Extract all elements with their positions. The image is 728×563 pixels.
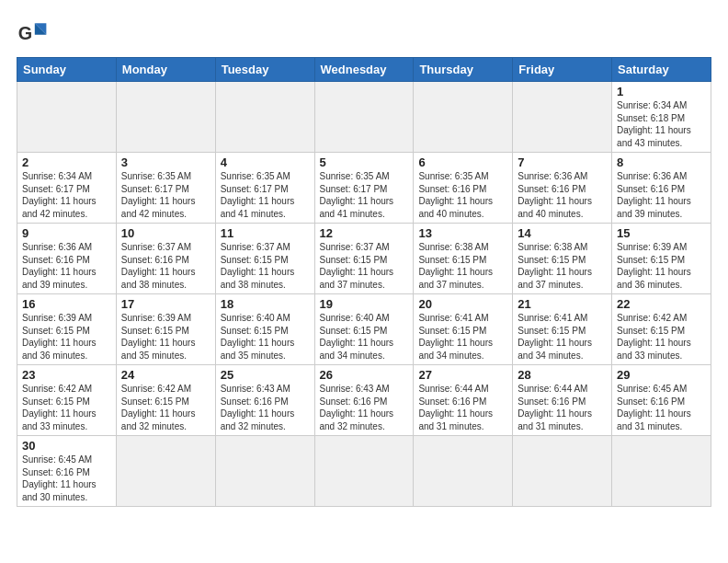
svg-text:G: G	[18, 23, 32, 43]
calendar-cell	[314, 82, 414, 153]
day-number: 15	[617, 226, 706, 240]
day-info: Sunrise: 6:37 AM Sunset: 6:15 PM Dayligh…	[320, 241, 409, 291]
calendar-cell	[17, 82, 117, 153]
calendar-cell	[414, 82, 513, 153]
day-number: 11	[221, 226, 310, 240]
calendar-cell: 29Sunrise: 6:45 AM Sunset: 6:16 PM Dayli…	[612, 365, 711, 436]
day-number: 6	[418, 155, 507, 169]
day-number: 23	[22, 368, 111, 382]
day-info: Sunrise: 6:45 AM Sunset: 6:16 PM Dayligh…	[22, 454, 111, 503]
day-number: 17	[121, 297, 210, 311]
day-info: Sunrise: 6:35 AM Sunset: 6:17 PM Dayligh…	[121, 170, 210, 220]
calendar-cell	[215, 436, 314, 507]
day-info: Sunrise: 6:41 AM Sunset: 6:15 PM Dayligh…	[418, 312, 507, 362]
day-number: 16	[22, 297, 111, 311]
weekday-header-friday: Friday	[513, 58, 612, 82]
calendar-cell: 15Sunrise: 6:39 AM Sunset: 6:15 PM Dayli…	[612, 224, 711, 294]
page: G SundayMondayTuesdayWednesdayThursdayFr…	[0, 0, 728, 516]
header: G	[17, 17, 711, 50]
day-number: 13	[418, 226, 507, 240]
day-info: Sunrise: 6:42 AM Sunset: 6:15 PM Dayligh…	[121, 383, 210, 432]
day-info: Sunrise: 6:37 AM Sunset: 6:16 PM Dayligh…	[121, 241, 210, 291]
week-row-0: 1Sunrise: 6:34 AM Sunset: 6:18 PM Daylig…	[17, 82, 711, 153]
calendar-cell: 2Sunrise: 6:34 AM Sunset: 6:17 PM Daylig…	[17, 153, 117, 224]
calendar-cell: 13Sunrise: 6:38 AM Sunset: 6:15 PM Dayli…	[414, 224, 513, 294]
weekday-header-sunday: Sunday	[17, 58, 117, 82]
calendar-cell: 8Sunrise: 6:36 AM Sunset: 6:16 PM Daylig…	[612, 153, 711, 224]
day-number: 5	[320, 155, 409, 169]
week-row-4: 23Sunrise: 6:42 AM Sunset: 6:15 PM Dayli…	[17, 365, 711, 436]
calendar-cell	[513, 436, 612, 507]
calendar-cell: 10Sunrise: 6:37 AM Sunset: 6:16 PM Dayli…	[116, 224, 215, 294]
day-info: Sunrise: 6:38 AM Sunset: 6:15 PM Dayligh…	[518, 241, 607, 291]
day-number: 30	[22, 439, 111, 453]
day-info: Sunrise: 6:36 AM Sunset: 6:16 PM Dayligh…	[617, 170, 706, 220]
day-info: Sunrise: 6:39 AM Sunset: 6:15 PM Dayligh…	[22, 312, 111, 362]
day-number: 28	[518, 368, 607, 382]
day-info: Sunrise: 6:40 AM Sunset: 6:15 PM Dayligh…	[221, 312, 310, 362]
day-info: Sunrise: 6:40 AM Sunset: 6:15 PM Dayligh…	[320, 312, 409, 362]
day-info: Sunrise: 6:39 AM Sunset: 6:15 PM Dayligh…	[617, 241, 706, 291]
day-number: 27	[418, 368, 507, 382]
calendar-cell: 4Sunrise: 6:35 AM Sunset: 6:17 PM Daylig…	[215, 153, 314, 224]
day-info: Sunrise: 6:45 AM Sunset: 6:16 PM Dayligh…	[617, 383, 706, 432]
calendar-cell: 11Sunrise: 6:37 AM Sunset: 6:15 PM Dayli…	[215, 224, 314, 294]
day-info: Sunrise: 6:36 AM Sunset: 6:16 PM Dayligh…	[518, 170, 607, 220]
day-number: 29	[617, 368, 706, 382]
week-row-3: 16Sunrise: 6:39 AM Sunset: 6:15 PM Dayli…	[17, 294, 711, 365]
logo: G	[17, 17, 53, 50]
day-number: 21	[518, 297, 607, 311]
calendar-cell: 18Sunrise: 6:40 AM Sunset: 6:15 PM Dayli…	[215, 294, 314, 365]
calendar-cell: 28Sunrise: 6:44 AM Sunset: 6:16 PM Dayli…	[513, 365, 612, 436]
calendar: SundayMondayTuesdayWednesdayThursdayFrid…	[17, 57, 711, 507]
day-info: Sunrise: 6:37 AM Sunset: 6:15 PM Dayligh…	[221, 241, 310, 291]
calendar-cell: 9Sunrise: 6:36 AM Sunset: 6:16 PM Daylig…	[17, 224, 117, 294]
day-number: 3	[121, 155, 210, 169]
day-info: Sunrise: 6:42 AM Sunset: 6:15 PM Dayligh…	[22, 383, 111, 432]
calendar-cell: 25Sunrise: 6:43 AM Sunset: 6:16 PM Dayli…	[215, 365, 314, 436]
calendar-cell: 6Sunrise: 6:35 AM Sunset: 6:16 PM Daylig…	[414, 153, 513, 224]
weekday-header-row: SundayMondayTuesdayWednesdayThursdayFrid…	[17, 58, 711, 82]
day-info: Sunrise: 6:38 AM Sunset: 6:15 PM Dayligh…	[418, 241, 507, 291]
weekday-header-tuesday: Tuesday	[215, 58, 314, 82]
day-number: 22	[617, 297, 706, 311]
calendar-cell: 26Sunrise: 6:43 AM Sunset: 6:16 PM Dayli…	[314, 365, 414, 436]
calendar-cell	[414, 436, 513, 507]
week-row-5: 30Sunrise: 6:45 AM Sunset: 6:16 PM Dayli…	[17, 436, 711, 507]
calendar-cell: 20Sunrise: 6:41 AM Sunset: 6:15 PM Dayli…	[414, 294, 513, 365]
day-info: Sunrise: 6:43 AM Sunset: 6:16 PM Dayligh…	[221, 383, 310, 432]
day-number: 26	[320, 368, 409, 382]
calendar-cell	[116, 82, 215, 153]
calendar-cell: 23Sunrise: 6:42 AM Sunset: 6:15 PM Dayli…	[17, 365, 117, 436]
calendar-cell: 3Sunrise: 6:35 AM Sunset: 6:17 PM Daylig…	[116, 153, 215, 224]
day-number: 2	[22, 155, 111, 169]
day-info: Sunrise: 6:35 AM Sunset: 6:17 PM Dayligh…	[320, 170, 409, 220]
day-number: 4	[221, 155, 310, 169]
day-info: Sunrise: 6:41 AM Sunset: 6:15 PM Dayligh…	[518, 312, 607, 362]
calendar-cell: 19Sunrise: 6:40 AM Sunset: 6:15 PM Dayli…	[314, 294, 414, 365]
day-number: 25	[221, 368, 310, 382]
calendar-cell: 24Sunrise: 6:42 AM Sunset: 6:15 PM Dayli…	[116, 365, 215, 436]
calendar-cell: 12Sunrise: 6:37 AM Sunset: 6:15 PM Dayli…	[314, 224, 414, 294]
weekday-header-thursday: Thursday	[414, 58, 513, 82]
day-number: 12	[320, 226, 409, 240]
day-number: 24	[121, 368, 210, 382]
day-info: Sunrise: 6:35 AM Sunset: 6:16 PM Dayligh…	[418, 170, 507, 220]
day-info: Sunrise: 6:36 AM Sunset: 6:16 PM Dayligh…	[22, 241, 111, 291]
calendar-cell: 27Sunrise: 6:44 AM Sunset: 6:16 PM Dayli…	[414, 365, 513, 436]
day-info: Sunrise: 6:44 AM Sunset: 6:16 PM Dayligh…	[518, 383, 607, 432]
calendar-cell: 16Sunrise: 6:39 AM Sunset: 6:15 PM Dayli…	[17, 294, 117, 365]
day-number: 9	[22, 226, 111, 240]
calendar-cell: 21Sunrise: 6:41 AM Sunset: 6:15 PM Dayli…	[513, 294, 612, 365]
day-info: Sunrise: 6:34 AM Sunset: 6:17 PM Dayligh…	[22, 170, 111, 220]
calendar-cell: 17Sunrise: 6:39 AM Sunset: 6:15 PM Dayli…	[116, 294, 215, 365]
weekday-header-monday: Monday	[116, 58, 215, 82]
calendar-cell	[513, 82, 612, 153]
calendar-cell: 30Sunrise: 6:45 AM Sunset: 6:16 PM Dayli…	[17, 436, 117, 507]
day-info: Sunrise: 6:39 AM Sunset: 6:15 PM Dayligh…	[121, 312, 210, 362]
week-row-2: 9Sunrise: 6:36 AM Sunset: 6:16 PM Daylig…	[17, 224, 711, 294]
day-number: 20	[418, 297, 507, 311]
weekday-header-wednesday: Wednesday	[314, 58, 414, 82]
week-row-1: 2Sunrise: 6:34 AM Sunset: 6:17 PM Daylig…	[17, 153, 711, 224]
day-number: 7	[518, 155, 607, 169]
